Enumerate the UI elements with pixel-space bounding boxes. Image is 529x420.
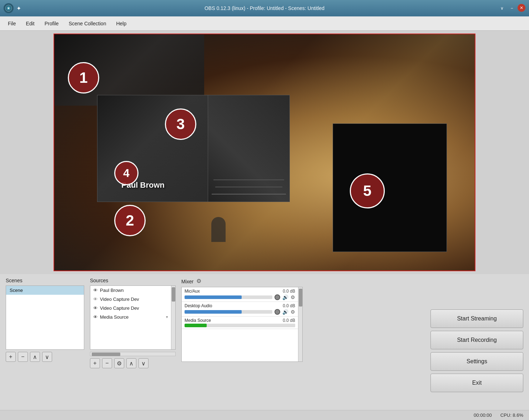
window-title: OBS 0.12.3 (linux) - Profile: Untitled -… [205, 5, 324, 11]
mixer-scroll-wrapper: Mic/Aux 0.0 dB 🔊 ⚙ Deskto [181, 287, 303, 362]
close-btn[interactable]: ✕ [518, 4, 525, 12]
menu-edit[interactable]: Edit [22, 19, 39, 28]
dropdown-btn[interactable]: ∨ [498, 4, 506, 12]
mixer-gear-btn[interactable]: ⚙ [196, 278, 204, 285]
mixer-inner: Mic/Aux 0.0 dB 🔊 ⚙ Deskto [182, 287, 298, 361]
scene-circle-3: 3 [165, 108, 196, 140]
silhouette [211, 217, 226, 242]
eye-icon-2[interactable]: 👁 [93, 305, 98, 311]
mixer-gear-0[interactable]: ⚙ [291, 294, 295, 300]
mixer-ch-db-0: 0.0 dB [283, 289, 295, 294]
mixer-track-2 [185, 324, 295, 327]
sources-controls: + − ⚙ ∧ ∨ [90, 358, 176, 368]
mixer-header: Mixer ⚙ [181, 278, 303, 285]
window-controls: ∨ − ✕ [498, 4, 525, 12]
mixer-track-0: 🔊 ⚙ [185, 294, 295, 300]
scene-circle-1: 1 [68, 62, 99, 93]
sources-scrollbar[interactable] [171, 286, 175, 349]
source-item-3[interactable]: 👁 Media Source ▾ [90, 313, 171, 322]
mixer-label: Mixer [181, 279, 193, 284]
extra-icon: ✦ [16, 5, 21, 12]
mixer-speaker-0[interactable]: 🔊 [282, 294, 288, 300]
scenes-remove-btn[interactable]: − [18, 352, 28, 362]
menu-file[interactable]: File [4, 19, 20, 28]
sub-preview-2 [208, 95, 290, 202]
eye-icon-3[interactable]: 👁 [93, 314, 98, 320]
minimize-btn[interactable]: − [508, 4, 516, 12]
right-panel: Start Streaming Start Recording Settings… [430, 278, 523, 416]
mixer-level-fill-1 [185, 310, 242, 314]
mixer-channel-0: Mic/Aux 0.0 dB 🔊 ⚙ [182, 287, 298, 302]
sources-scroll-thumb [172, 287, 175, 302]
source-label-2: Video Capture Dev [100, 305, 139, 311]
sources-hscroll-thumb [92, 353, 120, 356]
start-streaming-btn[interactable]: Start Streaming [430, 309, 523, 328]
sources-hscroll[interactable] [90, 352, 176, 356]
sources-list[interactable]: 👁 Paul Brown 👁 Video Capture Dev 👁 Video… [90, 286, 171, 349]
mixer-knob-1[interactable] [274, 309, 280, 315]
mixer-level-fill-0 [185, 295, 242, 299]
mixer-ch-header-2: Media Source 0.0 dB [185, 318, 295, 323]
title-bar: ✦ OBS 0.12.3 (linux) - Profile: Untitled… [0, 0, 529, 16]
source-item-1[interactable]: 👁 Video Capture Dev [90, 295, 171, 304]
mixer-speaker-1[interactable]: 🔊 [282, 309, 288, 315]
menu-help[interactable]: Help [112, 19, 131, 28]
scene-circle-2: 2 [114, 205, 146, 236]
scenes-panel: Scenes Scene + − ∧ ∨ [6, 278, 84, 416]
mixer-ch-name-0: Mic/Aux [185, 289, 200, 294]
scenes-list[interactable]: Scene [6, 285, 84, 350]
scenes-controls: + − ∧ ∨ [6, 352, 84, 362]
source-item-2[interactable]: 👁 Video Capture Dev [90, 304, 171, 313]
mixer-level-fill-2 [185, 324, 207, 327]
menu-profile[interactable]: Profile [40, 19, 63, 28]
status-bar: 00:00:00 CPU: 8.6% [0, 410, 529, 420]
status-cpu: CPU: 8.6% [500, 413, 523, 418]
scene-circle-5: 5 [350, 173, 385, 208]
source-item-0[interactable]: 👁 Paul Brown [90, 286, 171, 295]
mixer-ch-header-1: Desktop Audio 0.0 dB [185, 303, 295, 308]
preview-area: Paul Brown 1 2 3 4 5 [54, 34, 475, 271]
scenes-up-btn[interactable]: ∧ [30, 352, 40, 362]
sources-up-btn[interactable]: ∧ [126, 358, 136, 368]
mixer-level-bar-2[interactable] [185, 324, 295, 327]
source-label-3: Media Source [100, 314, 129, 320]
sources-gear-btn[interactable]: ⚙ [114, 358, 124, 368]
svg-point-2 [8, 7, 9, 9]
mixer-gear-1[interactable]: ⚙ [291, 309, 295, 315]
mixer-ch-name-1: Desktop Audio [185, 303, 212, 308]
eye-icon-0[interactable]: 👁 [93, 288, 98, 293]
mixer-track-1: 🔊 ⚙ [185, 309, 295, 315]
menu-bar: File Edit Profile Scene Collection Help [0, 16, 529, 31]
title-bar-left: ✦ [4, 3, 21, 13]
scene-item-0[interactable]: Scene [6, 286, 84, 295]
start-recording-btn[interactable]: Start Recording [430, 331, 523, 349]
mixer-scrollbar[interactable] [298, 287, 302, 361]
mixer-knob-0[interactable] [274, 294, 280, 300]
scenes-add-btn[interactable]: + [6, 352, 16, 362]
source-label-0: Paul Brown [100, 288, 124, 293]
eye-icon-1[interactable]: 👁 [93, 297, 98, 302]
mixer-ch-db-2: 0.0 dB [283, 318, 295, 323]
sources-remove-btn[interactable]: − [102, 358, 112, 368]
mixer-ch-name-2: Media Source [185, 318, 211, 323]
obs-icon [4, 3, 14, 13]
mixer-panel: Mixer ⚙ Mic/Aux 0.0 dB 🔊 [181, 278, 303, 416]
mixer-ch-db-1: 0.0 dB [283, 303, 295, 308]
sources-add-btn[interactable]: + [90, 358, 100, 368]
menu-scene-collection[interactable]: Scene Collection [64, 19, 110, 28]
scenes-label: Scenes [6, 278, 84, 283]
sources-down-btn[interactable]: ∨ [138, 358, 148, 368]
sources-list-wrapper: 👁 Paul Brown 👁 Video Capture Dev 👁 Video… [90, 285, 176, 350]
mixer-ch-header-0: Mic/Aux 0.0 dB [185, 289, 295, 294]
sources-label: Sources [90, 278, 176, 283]
mixer-level-bar-1[interactable] [185, 310, 272, 314]
bottom-panel: Scenes Scene + − ∧ ∨ Sources 👁 Paul Brow… [0, 274, 529, 420]
status-time: 00:00:00 [474, 413, 492, 418]
source-dropdown-3[interactable]: ▾ [166, 315, 168, 319]
mixer-scroll-thumb [299, 289, 302, 307]
mixer-level-bar-0[interactable] [185, 295, 272, 299]
scenes-down-btn[interactable]: ∨ [42, 352, 52, 362]
settings-btn[interactable]: Settings [430, 352, 523, 371]
exit-btn[interactable]: Exit [430, 374, 523, 392]
mixer-channel-2: Media Source 0.0 dB [182, 317, 298, 329]
